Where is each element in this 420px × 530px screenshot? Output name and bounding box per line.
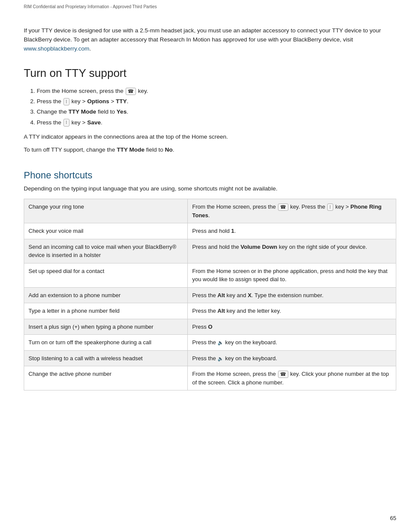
table-row: Change your ring tone From the Home scre…	[24, 199, 396, 223]
intro-paragraph: If your TTY device is designed for use w…	[24, 26, 396, 54]
tty-note-1: A TTY indicator appears in the connectio…	[24, 132, 396, 142]
tty-section-title: Turn on TTY support	[24, 67, 396, 80]
intro-text-after-link: .	[89, 45, 91, 52]
table-cell-action: Send an incoming call to voice mail when…	[24, 239, 188, 263]
table-cell-description: Press and hold the Volume Down key on th…	[188, 239, 396, 263]
table-row: Stop listening to a call with a wireless…	[24, 350, 396, 366]
table-cell-action: Change the active phone number	[24, 366, 188, 390]
page-number: 65	[390, 515, 396, 521]
table-row: Check your voice mail Press and hold 1.	[24, 223, 396, 239]
tty-step-4-text: Press the ⁝ key > Save.	[37, 119, 102, 126]
tty-note-2-before: To turn off TTY support, change the	[24, 146, 117, 153]
table-row: Add an extension to a phone number Press…	[24, 287, 396, 303]
table-cell-action: Add an extension to a phone number	[24, 287, 188, 303]
table-cell-action: Turn on or turn off the speakerphone dur…	[24, 335, 188, 351]
tty-mode-bold: TTY Mode	[117, 146, 144, 153]
table-cell-description: From the Home screen or in the phone app…	[188, 263, 396, 287]
shortcuts-intro: Depending on the typing input language t…	[24, 185, 396, 192]
confidential-header: RIM Confidential and Proprietary Informa…	[24, 4, 396, 9]
tty-note-2: To turn off TTY support, change the TTY …	[24, 145, 396, 155]
tty-step-1: From the Home screen, press the ☎ key.	[37, 86, 396, 96]
table-row: Set up speed dial for a contact From the…	[24, 263, 396, 287]
tty-step-3-text: Change the TTY Mode field to Yes.	[37, 108, 128, 115]
phone-shortcuts-section: Phone shortcuts Depending on the typing …	[24, 170, 396, 390]
tty-no-bold: No	[165, 146, 173, 153]
tty-section: Turn on TTY support From the Home screen…	[24, 67, 396, 154]
table-cell-action: Stop listening to a call with a wireless…	[24, 350, 188, 366]
tty-step-1-text: From the Home screen, press the ☎ key.	[37, 88, 148, 94]
table-cell-description: Press the 🔈 key on the keyboard.	[188, 350, 396, 366]
table-cell-action: Insert a plus sign (+) when typing a pho…	[24, 319, 188, 335]
menu-key-table-1: ⁝	[327, 203, 333, 211]
table-cell-action: Type a letter in a phone number field	[24, 303, 188, 319]
tty-step-3: Change the TTY Mode field to Yes.	[37, 107, 396, 117]
intro-text-before-link: If your TTY device is designed for use w…	[24, 27, 381, 43]
table-cell-action: Set up speed dial for a contact	[24, 263, 188, 287]
tty-steps-list: From the Home screen, press the ☎ key. P…	[37, 86, 396, 128]
table-cell-description: Press O	[188, 319, 396, 335]
table-cell-description: Press and hold 1.	[188, 223, 396, 239]
table-cell-action: Check your voice mail	[24, 223, 188, 239]
table-row: Send an incoming call to voice mail when…	[24, 239, 396, 263]
table-cell-action: Change your ring tone	[24, 199, 188, 223]
phone-key-icon-1: ☎	[126, 88, 136, 95]
table-cell-description: Press the Alt key and X. Type the extens…	[188, 287, 396, 303]
phone-key-table-1: ☎	[278, 203, 288, 211]
tty-note-2-after: field to	[145, 146, 165, 153]
table-row: Change the active phone number From the …	[24, 366, 396, 390]
table-row: Turn on or turn off the speakerphone dur…	[24, 335, 396, 351]
table-cell-description: Press the 🔈 key on the keyboard.	[188, 335, 396, 351]
menu-key-icon-1: ⁝	[63, 98, 69, 105]
menu-key-icon-2: ⁝	[63, 119, 69, 126]
tty-step-2: Press the ⁝ key > Options > TTY.	[37, 96, 396, 107]
shortcuts-table: Change your ring tone From the Home scre…	[24, 199, 396, 390]
speaker-icon: 🔈	[218, 339, 224, 346]
table-row: Type a letter in a phone number field Pr…	[24, 303, 396, 319]
phone-key-table-2: ☎	[278, 371, 288, 378]
table-cell-description: From the Home screen, press the ☎ key. C…	[188, 366, 396, 390]
table-cell-description: Press the Alt key and the letter key.	[188, 303, 396, 319]
table-cell-description: From the Home screen, press the ☎ key. P…	[188, 199, 396, 223]
blackberry-link[interactable]: www.shopblackberry.com	[24, 45, 89, 52]
tty-step-2-text: Press the ⁝ key > Options > TTY.	[37, 98, 129, 105]
phone-shortcuts-title: Phone shortcuts	[24, 170, 396, 181]
speaker-icon-2: 🔈	[218, 355, 224, 362]
table-row: Insert a plus sign (+) when typing a pho…	[24, 319, 396, 335]
tty-note-2-end: .	[173, 146, 174, 153]
tty-step-4: Press the ⁝ key > Save.	[37, 117, 396, 128]
